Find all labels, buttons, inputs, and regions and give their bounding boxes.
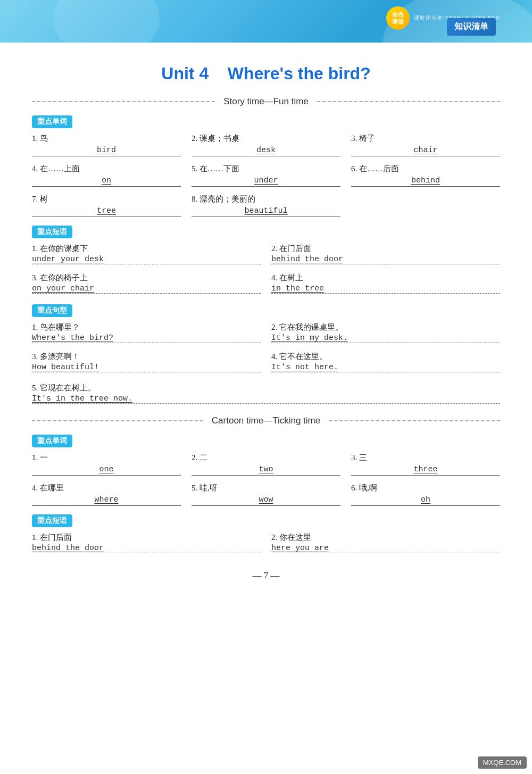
page-title: Unit 4 Where's the bird? — [32, 64, 500, 84]
sentence-cn-2: 它在我的课桌里。 — [279, 323, 343, 331]
sentence-en-2: It's in my desk. — [271, 334, 500, 343]
sentence-cn-5: 它现在在树上。 — [40, 384, 96, 392]
vocab-cn-2: 课桌；书桌 — [200, 134, 239, 143]
sentence-item-4: 4. 它不在这里。 It's not here. — [271, 352, 500, 372]
s2-vocab-cn-3: 三 — [359, 453, 367, 462]
vocab-cn-4: 在……上面 — [40, 164, 80, 173]
s2-vocab-en-4: where — [32, 494, 181, 506]
s2-vocab-en-6: oh — [351, 494, 500, 506]
phrase-en-2: behind the door — [271, 255, 500, 264]
vocab-en-3: chair — [351, 145, 500, 156]
s2-vocab-en-2: two — [192, 464, 340, 476]
vocab-en-5: under — [192, 175, 340, 187]
vocab-num-8: 8. — [192, 195, 200, 203]
phrase-num-2: 2. — [271, 244, 279, 253]
phrase-tag-2: 重点短语 — [32, 514, 72, 527]
s2-vocab-item-5: 5. 哇,呀 wow — [192, 483, 340, 506]
vocab-tag-2: 重点单词 — [32, 435, 72, 447]
logo-text: 金色课堂 — [392, 11, 404, 25]
vocab-cn-6: 在……后面 — [359, 164, 399, 173]
vocab-item-5: 5. 在……下面 under — [192, 164, 340, 187]
vocab-cn-7: 树 — [40, 195, 48, 203]
s2-vocab-en-3: three — [351, 464, 500, 476]
sentence-cn-3: 多漂亮啊！ — [40, 352, 80, 361]
phrase-cn-1: 在你的课桌下 — [40, 244, 88, 253]
vocab-num-6: 6. — [351, 164, 359, 173]
section1-divider-text: Story time—Fun time — [215, 96, 317, 107]
s2-vocab-item-3: 3. 三 three — [351, 453, 500, 476]
divider-line-right-2 — [329, 420, 500, 421]
vocab-cn-5: 在……下面 — [200, 164, 239, 173]
badge-label: 知识清单 — [447, 18, 496, 36]
s2-phrase-cn-2: 你在这里 — [279, 533, 311, 542]
vocab-item-4: 4. 在……上面 on — [32, 164, 181, 187]
divider-line-right — [317, 101, 500, 102]
phrase-num-1: 1. — [32, 244, 40, 253]
header-banner: 金色课堂 课时作业本 KESHI ZUOYE BEN 知识清单 — [0, 0, 532, 43]
section2-divider: Cartoon time—Ticking time — [32, 415, 500, 426]
sentence-en-1: Where's the bird? — [32, 334, 261, 343]
s2-vocab-en-1: one — [32, 464, 181, 476]
section1-sentence-block: 重点句型 1. 鸟在哪里？ Where's the bird? 2. 它在我的课… — [32, 304, 500, 404]
section1-phrase-block: 重点短语 1. 在你的课桌下 under your desk 2. 在门后面 b… — [32, 226, 500, 300]
sentence-en-4: It's not here. — [271, 363, 500, 372]
title-subtitle: Where's the bird? — [228, 64, 371, 83]
vocab-grid-2: 1. 一 one 2. 二 two 3. 三 three 4. 在哪里 wher… — [32, 453, 500, 510]
logo-area: 金色课堂 课时作业本 KESHI ZUOYE BEN 知识清单 — [386, 6, 500, 30]
vocab-grid-1: 1. 鸟 bird 2. 课桌；书桌 desk 3. 椅子 chair 4. 在… — [32, 134, 500, 221]
vocab-num-1: 1. — [32, 134, 40, 143]
s2-phrase-en-1: behind the door — [32, 544, 261, 553]
sentence-item-1: 1. 鸟在哪里？ Where's the bird? — [32, 322, 261, 343]
s2-phrase-en-2: here you are — [271, 544, 500, 553]
vocab-en-4: on — [32, 175, 181, 187]
sentence-en-3: How beautiful! — [32, 363, 261, 372]
divider-line-left-2 — [32, 420, 203, 421]
phrase-item-1: 1. 在你的课桌下 under your desk — [32, 244, 261, 264]
s2-vocab-item-2: 2. 二 two — [192, 453, 340, 476]
section1-divider: Story time—Fun time — [32, 96, 500, 107]
vocab-en-7: tree — [32, 205, 181, 217]
s2-phrase-cn-1: 在门后面 — [40, 533, 72, 542]
main-content: Unit 4 Where's the bird? Story time—Fun … — [0, 43, 532, 607]
section2-phrase-block: 重点短语 1. 在门后面 behind the door 2. 你在这里 her… — [32, 514, 500, 560]
vocab-num-7: 7. — [32, 195, 40, 203]
vocab-item-3: 3. 椅子 chair — [351, 134, 500, 156]
section2-divider-text: Cartoon time—Ticking time — [203, 415, 329, 426]
phrase-cn-3: 在你的椅子上 — [40, 273, 88, 282]
section1-vocab-block: 重点单词 1. 鸟 bird 2. 课桌；书桌 desk 3. 椅子 chair… — [32, 115, 500, 221]
unit-label: Unit 4 — [161, 64, 209, 83]
sentence-tag-1: 重点句型 — [32, 304, 72, 317]
sentence-item-3: 3. 多漂亮啊！ How beautiful! — [32, 352, 261, 372]
s2-vocab-cn-4: 在哪里 — [40, 484, 64, 492]
s2-vocab-en-5: wow — [192, 494, 340, 506]
vocab-cn-8: 漂亮的；美丽的 — [200, 195, 255, 203]
sentence-grid-1: 1. 鸟在哪里？ Where's the bird? 2. 它在我的课桌里。 I… — [32, 322, 500, 379]
section2-vocab-block: 重点单词 1. 一 one 2. 二 two 3. 三 three 4. 在哪里… — [32, 435, 500, 510]
phrase-item-3: 3. 在你的椅子上 on your chair — [32, 273, 261, 294]
vocab-en-8: beautiful — [192, 205, 340, 217]
vocab-num-3: 3. — [351, 134, 359, 143]
phrase-item-2: 2. 在门后面 behind the door — [271, 244, 500, 264]
phrase-grid-2: 1. 在门后面 behind the door 2. 你在这里 here you… — [32, 532, 500, 560]
vocab-num-2: 2. — [192, 134, 200, 143]
s2-phrase-item-2: 2. 你在这里 here you are — [271, 532, 500, 553]
vocab-en-1: bird — [32, 145, 181, 156]
s2-phrase-item-1: 1. 在门后面 behind the door — [32, 532, 261, 553]
watermark: MXQE.COM — [478, 756, 527, 769]
sentence-cn-4: 它不在这里。 — [279, 352, 327, 361]
phrase-en-4: in the tree — [271, 284, 500, 294]
s2-vocab-item-6: 6. 哦,啊 oh — [351, 483, 500, 506]
vocab-item-8: 8. 漂亮的；美丽的 beautiful — [192, 194, 340, 217]
vocab-tag-1: 重点单词 — [32, 115, 72, 128]
vocab-en-6: behind — [351, 175, 500, 187]
phrase-cn-4: 在树上 — [279, 273, 303, 282]
page-number: — 7 — — [32, 570, 500, 581]
phrase-grid-1: 1. 在你的课桌下 under your desk 2. 在门后面 behind… — [32, 244, 500, 300]
s2-vocab-item-4: 4. 在哪里 where — [32, 483, 181, 506]
vocab-cn-3: 椅子 — [359, 134, 375, 143]
phrase-en-3: on your chair — [32, 284, 261, 294]
vocab-num-4: 4. — [32, 164, 40, 173]
sentence-en-5: It's in the tree now. — [32, 394, 500, 404]
vocab-cn-1: 鸟 — [40, 134, 48, 143]
sentence-item-5: 5. 它现在在树上。 It's in the tree now. — [32, 383, 500, 404]
